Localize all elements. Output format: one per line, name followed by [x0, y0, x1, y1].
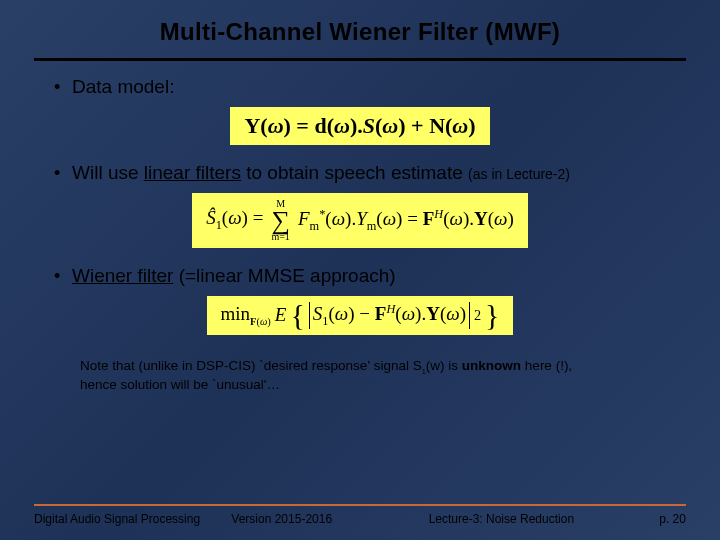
text: here (!), [521, 358, 572, 373]
bullet-dot-icon: • [54, 267, 72, 285]
bullet-linear-filters: • Will use linear filters to obtain spee… [54, 161, 666, 185]
slide-title: Multi-Channel Wiener Filter (MWF) [0, 0, 720, 54]
bullet-text: Will use linear filters to obtain speech… [72, 161, 570, 185]
sub: m [310, 219, 320, 233]
sigma-icon: M ∑ m=1 [271, 199, 290, 242]
text: Will use [72, 162, 144, 183]
bullet-dot-icon: • [54, 78, 72, 96]
text-bold: unknown [462, 358, 521, 373]
bullet-text: Wiener filter (=linear MMSE approach) [72, 264, 396, 288]
text-small: (as in Lecture-2) [468, 166, 570, 182]
sum-bottom: m=1 [271, 232, 289, 242]
footer-right: Lecture-3: Noise Reduction [429, 512, 626, 526]
text: (=linear MMSE approach) [173, 265, 395, 286]
bullet-data-model: • Data model: [54, 75, 666, 99]
equation-3-wrap: minF(ω) E { S1(ω) − FH(ω).Y(ω)2 } [54, 296, 666, 335]
text: to obtain speech estimate [241, 162, 468, 183]
footer: Digital Audio Signal Processing Version … [0, 504, 720, 526]
bullet-text: Data model: [72, 75, 174, 99]
text: hence solution will be `unusual'… [80, 377, 280, 392]
text: (w) is [426, 358, 462, 373]
bullet-wiener: • Wiener filter (=linear MMSE approach) [54, 264, 666, 288]
text: Note that (unlike in DSP-CIS) `desired r… [80, 358, 422, 373]
bullet-dot-icon: • [54, 164, 72, 182]
note-text: Note that (unlike in DSP-CIS) `desired r… [54, 351, 666, 395]
equation-2: Ŝ1(ω) = M ∑ m=1 Fm*(ω).Ym(ω) = FH(ω).Y(ω… [192, 193, 528, 248]
content-area: • Data model: Y(ω) = d(ω).S(ω) + N(ω) • … [0, 61, 720, 395]
footer-page: p. 20 [626, 512, 686, 526]
footer-row: Digital Audio Signal Processing Version … [34, 512, 686, 526]
slide: Multi-Channel Wiener Filter (MWF) • Data… [0, 0, 720, 540]
footer-divider [34, 504, 686, 506]
sup: * [319, 207, 325, 221]
sub: m [367, 219, 377, 233]
text-underlined: Wiener filter [72, 265, 173, 286]
sub: 1 [216, 218, 222, 232]
equation-2-wrap: Ŝ1(ω) = M ∑ m=1 Fm*(ω).Ym(ω) = FH(ω).Y(ω… [54, 193, 666, 248]
footer-center: Version 2015-2016 [231, 512, 428, 526]
text-underlined: linear filters [144, 162, 241, 183]
footer-left: Digital Audio Signal Processing [34, 512, 231, 526]
equation-1-wrap: Y(ω) = d(ω).S(ω) + N(ω) [54, 107, 666, 145]
equation-1: Y(ω) = d(ω).S(ω) + N(ω) [230, 107, 489, 145]
equation-3: minF(ω) E { S1(ω) − FH(ω).Y(ω)2 } [207, 296, 514, 335]
